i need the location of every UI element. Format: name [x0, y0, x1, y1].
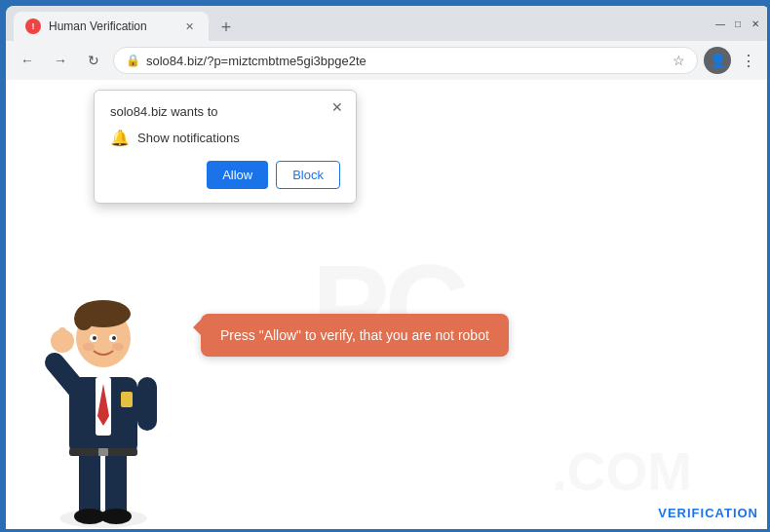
lock-icon: 🔒: [126, 54, 140, 67]
bell-icon: 🔔: [110, 129, 130, 147]
back-button[interactable]: ←: [14, 47, 41, 74]
svg-rect-21: [121, 392, 133, 407]
verification-label: VERIFICATION: [658, 506, 758, 520]
svg-rect-2: [105, 445, 127, 518]
refresh-button[interactable]: ↻: [80, 47, 107, 74]
popup-title: solo84.biz wants to: [110, 104, 340, 119]
tab-area: ! Human Verification ✕ +: [14, 6, 713, 41]
notification-popup: ✕ solo84.biz wants to 🔔 Show notificatio…: [94, 90, 357, 204]
window-controls: — □ ✕: [713, 17, 762, 30]
address-bar[interactable]: 🔒 solo84.biz/?p=miztcmbtme5gi3bpge2te ☆: [113, 47, 698, 74]
url-text: solo84.biz/?p=miztcmbtme5gi3bpge2te: [146, 54, 667, 68]
nav-bar: ← → ↻ 🔒 solo84.biz/?p=miztcmbtme5gi3bpge…: [6, 41, 770, 80]
nav-right-controls: 👤 ⋮: [704, 47, 762, 74]
block-button[interactable]: Block: [276, 161, 340, 189]
new-tab-button[interactable]: +: [212, 14, 240, 41]
browser-window: ! Human Verification ✕ + — □ ✕ ← → ↻ 🔒 s…: [6, 6, 770, 532]
page-content: PC .COM ✕ solo84.biz wants to 🔔 Show not…: [6, 80, 770, 532]
svg-point-4: [100, 509, 132, 524]
svg-rect-9: [137, 377, 157, 431]
forward-button[interactable]: →: [47, 47, 74, 74]
svg-rect-23: [98, 448, 108, 456]
notification-text: Show notifications: [137, 131, 240, 145]
allow-button[interactable]: Allow: [207, 161, 268, 189]
svg-point-14: [74, 307, 94, 330]
tab-close-button[interactable]: ✕: [181, 19, 197, 34]
profile-button[interactable]: 👤: [704, 47, 731, 74]
browser-tab[interactable]: ! Human Verification ✕: [14, 12, 209, 41]
svg-point-19: [83, 343, 95, 351]
svg-rect-11: [58, 327, 66, 345]
character-illustration: [25, 265, 181, 532]
speech-bubble: Press "Allow" to verify, that you are no…: [201, 314, 509, 357]
svg-point-20: [112, 343, 124, 351]
speech-bubble-text: Press "Allow" to verify, that you are no…: [220, 327, 489, 343]
popup-buttons: Allow Block: [110, 161, 340, 189]
title-bar: ! Human Verification ✕ + — □ ✕: [6, 6, 770, 41]
tab-favicon: !: [25, 19, 41, 34]
menu-button[interactable]: ⋮: [735, 47, 762, 74]
svg-rect-1: [79, 445, 100, 518]
svg-point-16: [93, 336, 96, 340]
tab-title: Human Verification: [49, 19, 173, 33]
bookmark-icon: ☆: [673, 53, 685, 68]
watermark-sub: .COM: [552, 440, 692, 503]
maximize-button[interactable]: □: [731, 17, 745, 30]
minimize-button[interactable]: —: [713, 17, 727, 30]
close-window-button[interactable]: ✕: [749, 17, 762, 30]
popup-close-button[interactable]: ✕: [328, 98, 346, 116]
notification-row: 🔔 Show notifications: [110, 129, 340, 147]
svg-point-18: [112, 336, 116, 340]
